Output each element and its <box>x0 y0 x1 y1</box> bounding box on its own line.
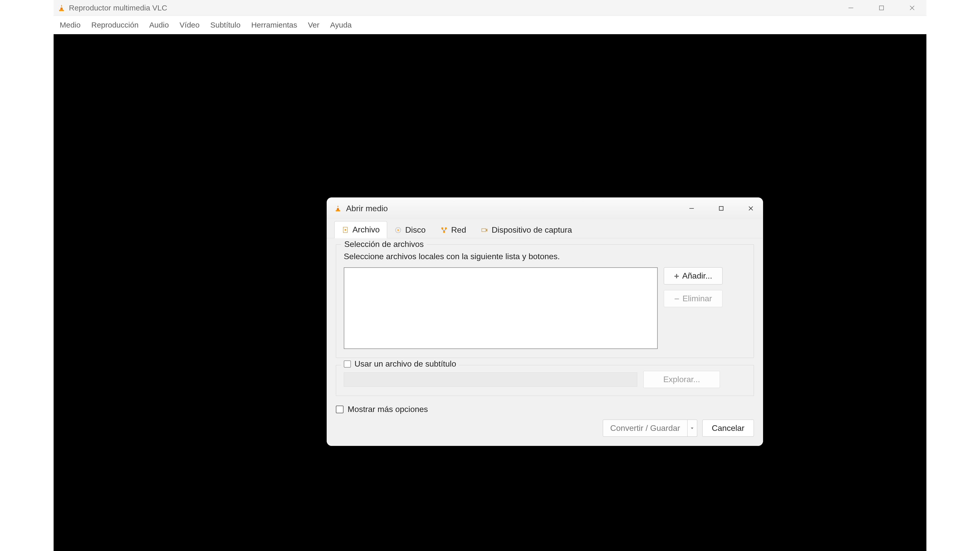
subtitle-checkbox-label: Usar un archivo de subtítulo <box>355 359 456 368</box>
open-media-dialog: Abrir medio Archivo Disco <box>327 197 763 446</box>
video-canvas: Abrir medio Archivo Disco <box>54 34 926 551</box>
svg-rect-23 <box>482 229 486 232</box>
vlc-cone-icon <box>334 205 342 212</box>
dialog-titlebar: Abrir medio <box>327 197 763 219</box>
menubar: Medio Reproducción Audio Vídeo Subtítulo… <box>54 16 926 34</box>
dialog-footer: Convertir / Guardar Cancelar <box>327 416 763 446</box>
menu-subtitulo[interactable]: Subtítulo <box>209 19 242 31</box>
remove-file-label: Eliminar <box>682 294 712 303</box>
close-button[interactable] <box>907 3 917 13</box>
menu-ver[interactable]: Ver <box>306 19 321 31</box>
titlebar-left: Reproductor multimedia VLC <box>58 3 167 12</box>
chevron-down-icon <box>690 426 694 430</box>
subtitle-legend: Usar un archivo de subtítulo <box>341 359 458 368</box>
capture-icon <box>481 227 488 233</box>
file-selection-group: Selección de archivos Seleccione archivo… <box>336 245 754 358</box>
main-window: Reproductor multimedia VLC Medio Reprodu… <box>54 0 926 551</box>
dialog-window-controls <box>687 204 756 213</box>
svg-line-21 <box>442 229 444 231</box>
svg-rect-8 <box>337 207 339 208</box>
svg-rect-9 <box>336 210 340 211</box>
svg-rect-18 <box>441 227 443 229</box>
file-selection-legend: Selección de archivos <box>341 240 427 249</box>
window-controls <box>846 3 922 13</box>
cancel-label: Cancelar <box>712 424 745 433</box>
dialog-maximize-button[interactable] <box>717 204 726 213</box>
dialog-close-button[interactable] <box>746 204 756 213</box>
dialog-minimize-button[interactable] <box>687 204 696 213</box>
menu-herramientas[interactable]: Herramientas <box>250 19 299 31</box>
tab-archivo[interactable]: Archivo <box>334 221 387 238</box>
remove-file-button[interactable]: − Eliminar <box>664 290 722 307</box>
svg-rect-4 <box>880 6 883 10</box>
dialog-tabs: Archivo Disco Red Dispositivo de captura <box>327 219 763 238</box>
svg-rect-1 <box>60 6 62 7</box>
cancel-button[interactable]: Cancelar <box>702 420 754 437</box>
dialog-title: Abrir medio <box>346 204 388 213</box>
menu-video[interactable]: Vídeo <box>178 19 201 31</box>
more-options-checkbox[interactable] <box>336 406 344 413</box>
subtitle-path-input <box>344 372 637 387</box>
tab-red[interactable]: Red <box>433 221 474 238</box>
menu-reproduccion[interactable]: Reproducción <box>90 19 140 31</box>
minus-icon: − <box>674 294 679 303</box>
svg-marker-24 <box>486 229 487 232</box>
network-icon <box>441 227 448 233</box>
subtitle-group: Usar un archivo de subtítulo Explorar... <box>336 365 754 396</box>
subtitle-browse-label: Explorar... <box>663 375 700 384</box>
subtitle-row: Explorar... <box>344 371 746 388</box>
file-row: + Añadir... − Eliminar <box>344 267 746 349</box>
tab-disco[interactable]: Disco <box>387 221 433 238</box>
minimize-button[interactable] <box>846 3 856 13</box>
menu-audio[interactable]: Audio <box>148 19 170 31</box>
convert-save-button[interactable]: Convertir / Guardar <box>603 420 687 437</box>
file-buttons: + Añadir... − Eliminar <box>664 267 722 307</box>
vlc-cone-icon <box>58 4 65 12</box>
svg-point-17 <box>397 229 399 231</box>
add-file-label: Añadir... <box>682 271 712 281</box>
menu-ayuda[interactable]: Ayuda <box>329 19 353 31</box>
window-title: Reproductor multimedia VLC <box>69 3 167 12</box>
svg-rect-20 <box>443 231 445 233</box>
menu-medio[interactable]: Medio <box>58 19 82 31</box>
dialog-titlebar-left: Abrir medio <box>334 204 388 213</box>
file-selection-hint: Seleccione archivos locales con la sigui… <box>344 252 746 261</box>
dialog-body: Selección de archivos Seleccione archivo… <box>327 238 763 399</box>
tab-captura[interactable]: Dispositivo de captura <box>473 221 579 238</box>
convert-save-dropdown[interactable] <box>687 420 697 437</box>
svg-line-22 <box>444 229 446 231</box>
add-file-button[interactable]: + Añadir... <box>664 267 722 284</box>
svg-rect-19 <box>445 227 447 229</box>
tab-label: Archivo <box>352 225 380 234</box>
tab-label: Red <box>451 225 466 235</box>
svg-rect-11 <box>719 206 723 210</box>
subtitle-checkbox[interactable] <box>344 360 351 368</box>
titlebar: Reproductor multimedia VLC <box>54 0 926 16</box>
tab-label: Disco <box>405 225 426 235</box>
maximize-button[interactable] <box>877 3 886 13</box>
svg-rect-2 <box>59 10 64 11</box>
disc-icon <box>395 227 402 233</box>
subtitle-browse-button[interactable]: Explorar... <box>643 371 720 388</box>
more-options-label: Mostrar más opciones <box>348 405 428 414</box>
convert-save-split-button: Convertir / Guardar <box>603 420 697 437</box>
more-options-row: Mostrar más opciones <box>327 399 763 416</box>
file-list[interactable] <box>344 267 658 349</box>
svg-marker-25 <box>691 427 694 429</box>
plus-icon: + <box>674 272 679 280</box>
convert-save-label: Convertir / Guardar <box>610 424 680 433</box>
tab-label: Dispositivo de captura <box>492 225 572 235</box>
file-icon <box>342 226 349 233</box>
